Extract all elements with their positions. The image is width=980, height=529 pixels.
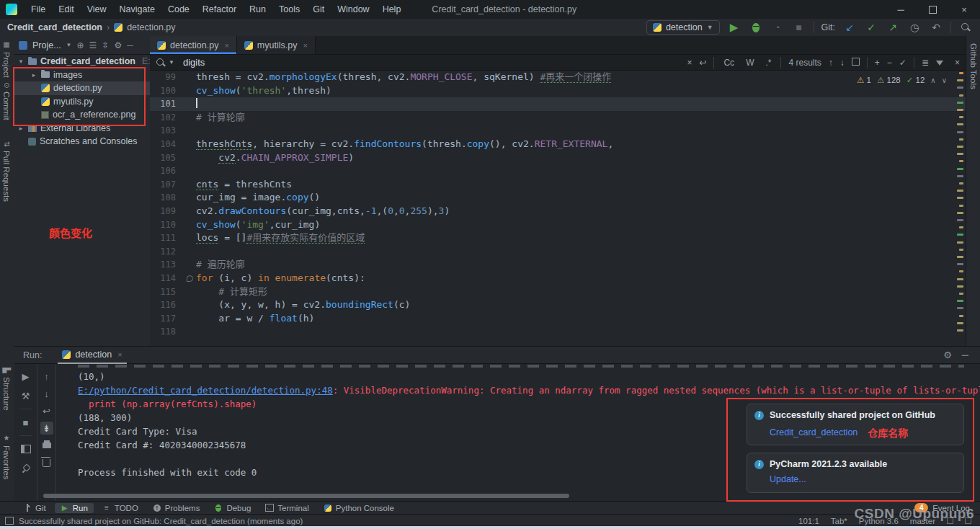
menu-view[interactable]: View	[81, 4, 113, 14]
chevron-icon[interactable]: ▸	[17, 125, 24, 132]
toolwindow-button-terminal[interactable]: ›_Terminal	[259, 503, 314, 513]
toolwindow-button-todo[interactable]: ≡TODO	[97, 503, 144, 513]
maximize-button[interactable]	[917, 0, 948, 19]
close-button[interactable]: ×	[948, 0, 980, 19]
tree-item-images[interactable]: ▸images	[14, 68, 150, 82]
code-line-104[interactable]: 104threshCnts, hierarchy = cv2.findConto…	[150, 138, 966, 151]
code-line-108[interactable]: 108cur_img = image.copy()	[150, 191, 966, 205]
menu-git[interactable]: Git	[306, 4, 331, 14]
tree-item-root[interactable]: ▾ Credit_card_detection E:\pyt	[14, 55, 150, 68]
run-tab-detection[interactable]: detection ×	[58, 346, 126, 364]
notification-card-1[interactable]: iSuccessfully shared project on GitHubCr…	[747, 404, 964, 445]
minimize-button[interactable]: ─	[885, 0, 917, 19]
caret-position[interactable]: 101:1	[798, 517, 819, 525]
code-line-100[interactable]: 100cv_show('thresh',thresh)	[150, 84, 966, 98]
tree-item-external-libraries[interactable]: ▸External Libraries	[14, 122, 150, 135]
chevron-expanded-icon[interactable]: ▾	[17, 58, 24, 65]
menu-code[interactable]: Code	[161, 4, 196, 14]
breadcrumb-project[interactable]: Credit_card_detection	[7, 22, 102, 32]
debug-button[interactable]	[749, 20, 763, 35]
error-stripe[interactable]	[956, 72, 964, 342]
chevron-icon[interactable]: ▸	[30, 71, 37, 79]
scroll-to-end-button[interactable]: ⇟	[40, 422, 53, 435]
search-input[interactable]: digits	[183, 57, 205, 68]
code-line-118[interactable]: 118	[150, 325, 966, 339]
code-line-115[interactable]: 115 # 计算矩形	[150, 285, 966, 299]
code-line-109[interactable]: 109cv2.drawContours(cur_img,cnts,-1,(0,0…	[150, 205, 966, 218]
menu-navigate[interactable]: Navigate	[113, 4, 161, 14]
code-line-101[interactable]: 101	[150, 97, 966, 111]
menu-help[interactable]: Help	[376, 4, 408, 14]
tab-myutils-py[interactable]: myutils.py×	[237, 36, 316, 54]
code-line-112[interactable]: 112	[150, 245, 966, 259]
match-case-toggle[interactable]: Cc	[721, 58, 736, 68]
search-everywhere-button[interactable]	[958, 20, 973, 35]
clear-all-button[interactable]	[40, 456, 53, 469]
toolwindow-button-run[interactable]: ▶Run	[55, 503, 94, 513]
tree-item-detection-py[interactable]: detection.py	[14, 81, 150, 95]
code-line-116[interactable]: 116 (x, y, w, h) = cv2.boundingRect(c)	[150, 298, 966, 312]
select-all-occurrences-button[interactable]	[852, 58, 860, 68]
filter-button[interactable]	[936, 58, 943, 68]
fold-marker-icon[interactable]	[187, 275, 193, 282]
pin-tab-button[interactable]	[19, 462, 32, 475]
sidebar-item-project[interactable]: ▦Project	[2, 40, 11, 78]
code-line-107[interactable]: 107cnts = threshCnts	[150, 178, 966, 192]
sidebar-item-pull-requests[interactable]: ⇅Pull Requests	[2, 141, 11, 202]
menu-tools[interactable]: Tools	[272, 4, 306, 14]
next-occurrence-button[interactable]: ↓	[840, 58, 845, 68]
next-error-icon[interactable]: ∨	[942, 76, 947, 84]
close-icon[interactable]: ×	[224, 41, 228, 50]
git-push-button[interactable]: ↗	[886, 20, 900, 35]
close-icon[interactable]: ×	[303, 41, 307, 50]
tab-detection-py[interactable]: detection.py×	[150, 36, 237, 54]
tree-item-myutils-py[interactable]: myutils.py	[14, 95, 150, 109]
code-line-106[interactable]: 106	[150, 164, 966, 178]
down-stacktrace-button[interactable]: ↓	[40, 387, 53, 400]
history-button[interactable]: ◷	[907, 20, 922, 35]
restore-layout-button[interactable]	[19, 443, 32, 455]
menu-refactor[interactable]: Refactor	[196, 4, 243, 14]
expand-settings-button[interactable]: ⇳	[102, 40, 109, 50]
sidebar-item-structure[interactable]: ▙Structure	[2, 368, 11, 410]
indent-indicator[interactable]: Tab*	[831, 517, 847, 525]
code-line-113[interactable]: 113# 遍历轮廓	[150, 258, 966, 272]
soft-wrap-button[interactable]: ↩	[40, 404, 53, 417]
sidebar-item-commit[interactable]: ⊙Commit	[2, 82, 11, 120]
breadcrumb-file[interactable]: detection.py	[127, 22, 175, 32]
add-occurrence-button[interactable]: +	[875, 58, 880, 68]
code-line-102[interactable]: 102# 计算轮廓	[150, 111, 966, 125]
status-message[interactable]: Successfully shared project on GitHub: C…	[19, 517, 303, 525]
tree-item-ocr-a-reference-png[interactable]: ocr_a_reference.png	[14, 108, 150, 122]
console-file-link[interactable]: E:/python/Credit_card_detection/detectio…	[78, 385, 333, 396]
clear-search-icon[interactable]: ×	[687, 58, 692, 68]
run-settings-button[interactable]: ⚙	[943, 350, 952, 360]
code-line-111[interactable]: 111locs = []#用来存放实际有价值的区域	[150, 231, 966, 245]
collapse-all-button[interactable]: ☰	[89, 40, 97, 50]
run-button[interactable]: ▶	[727, 20, 741, 35]
notification-link[interactable]: Update...	[770, 474, 806, 484]
close-find-bar-button[interactable]: ×	[955, 58, 960, 68]
toggle-occurrence-button[interactable]: ✓	[899, 58, 906, 68]
console-horizontal-scrollbar[interactable]	[43, 494, 569, 498]
locate-file-button[interactable]: ⊕	[77, 40, 84, 50]
toolwindow-button-git[interactable]: Git	[17, 503, 52, 513]
notification-card-2[interactable]: iPyCharm 2021.2.3 availableUpdate...	[747, 453, 964, 493]
run-configuration-select[interactable]: detection ▼	[646, 20, 720, 35]
menu-file[interactable]: File	[24, 4, 52, 14]
prev-error-icon[interactable]: ∧	[930, 76, 935, 84]
menu-edit[interactable]: Edit	[52, 4, 81, 14]
search-options-button[interactable]: ≣	[922, 58, 929, 68]
code-editor[interactable]: ▼ digits × ↩ Cc W .* 4 results ↑ ↓ + − ✓…	[150, 55, 966, 346]
code-line-110[interactable]: 110cv_show('img',cur_img)	[150, 218, 966, 232]
prev-occurrence-button[interactable]: ↑	[829, 58, 833, 68]
close-icon[interactable]: ×	[117, 350, 122, 359]
toolwindow-toggle-icon[interactable]	[5, 517, 14, 525]
remove-occurrence-button[interactable]: −	[887, 58, 892, 68]
print-button[interactable]	[40, 439, 53, 452]
code-line-99[interactable]: 99thresh = cv2.morphologyEx(thresh, cv2.…	[150, 71, 966, 84]
toolwindow-button-problems[interactable]: !Problems	[147, 503, 206, 513]
toolwindow-button-python-console[interactable]: Python Console	[318, 503, 400, 513]
git-update-button[interactable]: ↙	[842, 20, 857, 35]
stop-button[interactable]: ■	[792, 20, 806, 35]
